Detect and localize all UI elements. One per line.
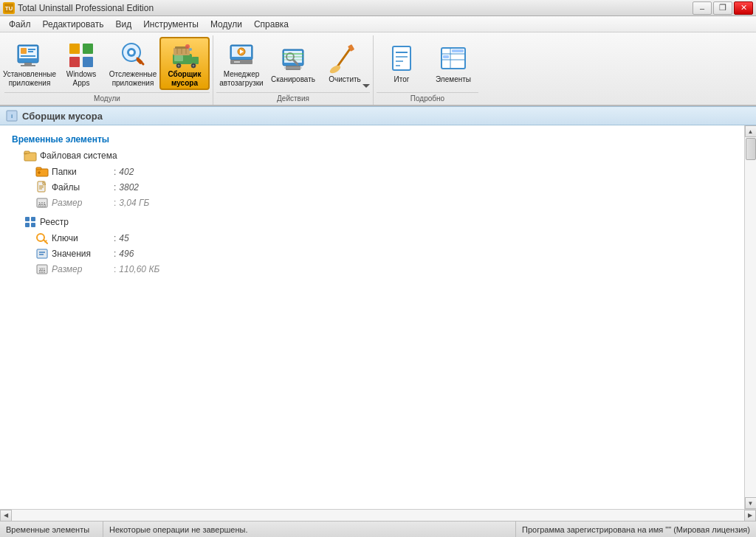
h-scroll-track[interactable] [12, 510, 744, 522]
fs-size-value: 3,04 ГБ [119, 198, 149, 208]
section-icon: i [6, 110, 18, 122]
scroll-down[interactable]: ▼ [745, 497, 757, 509]
btn-junk-collector[interactable]: Сборщикмусора [159, 37, 210, 90]
files-icon [35, 181, 49, 194]
svg-point-24 [178, 64, 180, 66]
values-name: Значения [52, 249, 111, 259]
keys-colon: : [114, 233, 116, 243]
svg-text:010: 010 [38, 204, 47, 208]
scroll-track[interactable] [745, 137, 757, 497]
svg-rect-51 [393, 46, 410, 70]
restore-button[interactable]: ❒ [713, 1, 732, 15]
status-left-text: Временные элементы [6, 525, 89, 534]
btn-windows-apps-label: WindowsApps [66, 70, 97, 88]
svg-rect-38 [234, 61, 240, 63]
svg-rect-8 [24, 63, 32, 65]
menu-file[interactable]: Файл [3, 18, 37, 31]
window-controls: – ❒ ✕ [693, 1, 753, 15]
svg-rect-78 [31, 217, 35, 221]
btn-scan[interactable]: Сканировать [268, 37, 318, 90]
status-left: Временные элементы [0, 522, 103, 537]
vertical-scrollbar[interactable]: ▲ ▼ [744, 125, 756, 509]
menu-view[interactable]: Вид [109, 18, 137, 31]
registry-icon [24, 215, 37, 229]
temp-elements-title: Временные элементы [12, 134, 732, 145]
folders-value: 402 [119, 167, 134, 177]
svg-rect-37 [230, 60, 252, 64]
section-title: Сборщик мусора [22, 111, 103, 122]
close-button[interactable]: ✕ [734, 1, 753, 15]
svg-text:010: 010 [39, 269, 46, 274]
horizontal-scrollbar[interactable]: ◀ ▶ [0, 509, 756, 521]
status-middle: Некоторые операции не завершены. [103, 522, 515, 537]
btn-autostart-manager[interactable]: Менеджеравтозагрузки [216, 37, 267, 90]
btn-clean[interactable]: Очистить [320, 37, 370, 90]
menu-modules[interactable]: Модули [205, 18, 248, 31]
btn-monitored-apps[interactable]: Отслеженныеприложения [108, 37, 158, 90]
files-name: Файлы [52, 182, 111, 193]
scroll-left[interactable]: ◀ [0, 510, 12, 522]
svg-text:i: i [11, 113, 13, 119]
status-middle-text: Некоторые операции не завершены. [109, 525, 248, 534]
menu-tools[interactable]: Инструменты [137, 18, 205, 31]
keys-prop: Ключи : 45 [35, 232, 732, 245]
menu-edit[interactable]: Редактировать [37, 18, 110, 31]
modules-group-label: Модули [4, 92, 210, 105]
fs-size-prop: 101 010 Размер : 3,04 ГБ [35, 196, 732, 209]
reg-size-name: Размер [52, 264, 111, 274]
actions-group-label: Действия [216, 92, 370, 105]
registry-node: Реестр Ключи : 45 [24, 215, 732, 276]
svg-rect-67 [36, 167, 41, 170]
values-icon [35, 247, 49, 260]
window-title: Total Uninstall Professional Edition [18, 3, 154, 13]
scroll-up[interactable]: ▲ [745, 125, 757, 137]
svg-rect-20 [192, 57, 199, 64]
btn-installed-apps[interactable]: Установленныеприложения [4, 37, 55, 90]
svg-point-16 [129, 50, 134, 55]
svg-rect-13 [83, 57, 93, 67]
svg-rect-84 [37, 249, 47, 258]
svg-rect-11 [83, 44, 93, 54]
btn-windows-apps[interactable]: WindowsApps [56, 37, 106, 90]
svg-rect-10 [69, 44, 80, 54]
scroll-thumb[interactable] [746, 138, 756, 160]
filesystem-icon [24, 149, 37, 162]
btn-junk-collector-label: Сборщикмусора [168, 70, 201, 88]
svg-rect-4 [21, 48, 27, 54]
svg-rect-9 [21, 65, 35, 66]
svg-point-32 [189, 48, 192, 51]
summary-icon [386, 43, 417, 74]
folders-colon: : [114, 167, 116, 177]
btn-installed-apps-label: Установленныеприложения [3, 70, 56, 88]
svg-point-31 [185, 44, 190, 49]
content-area: Временные элементы Файловая система [0, 125, 744, 509]
btn-autostart-label: Менеджеравтозагрузки [219, 70, 263, 88]
btn-summary-label: Итог [394, 75, 410, 84]
filesystem-label: Файловая система [40, 150, 117, 161]
ribbon-group-modules: Установленныеприложения WindowsApps [1, 35, 213, 105]
registry-header: Реестр [24, 215, 732, 229]
svg-rect-21 [174, 55, 183, 61]
scroll-right[interactable]: ▶ [744, 510, 756, 522]
btn-elements[interactable]: Элементы [428, 37, 478, 90]
clean-icon [329, 43, 360, 74]
ribbon-buttons-modules: Установленныеприложения WindowsApps [4, 35, 210, 91]
main-content: Временные элементы Файловая система [0, 125, 756, 509]
fs-size-colon: : [114, 198, 116, 208]
folders-icon [35, 165, 49, 179]
titlebar: TU Total Uninstall Professional Edition … [0, 0, 756, 16]
ribbon-buttons-details: Итог Элементы [377, 35, 478, 91]
svg-rect-65 [24, 151, 30, 153]
btn-summary[interactable]: Итог [377, 37, 427, 90]
ribbon-group-actions: Менеджеравтозагрузки [213, 35, 374, 105]
ribbon-content: Установленныеприложения WindowsApps [0, 32, 756, 105]
scan-icon [278, 43, 309, 74]
minimize-button[interactable]: – [693, 1, 712, 15]
keys-name: Ключи [52, 233, 111, 243]
svg-point-25 [193, 64, 195, 66]
details-group-label: Подробно [377, 92, 478, 105]
btn-elements-label: Элементы [436, 75, 471, 84]
filesystem-node: Файловая система Папки : 402 [24, 149, 732, 209]
menu-help[interactable]: Справка [248, 18, 295, 31]
reg-size-value: 110,60 КБ [119, 264, 159, 274]
